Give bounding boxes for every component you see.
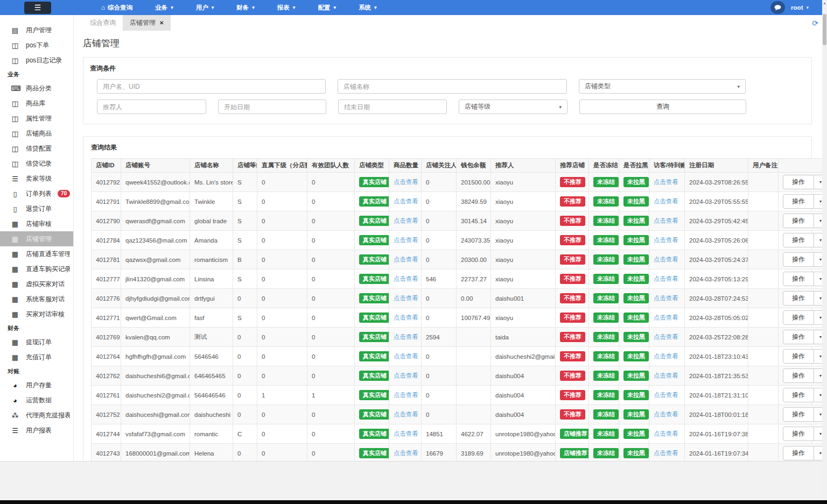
sidebar-toggle-button[interactable]: ☰ xyxy=(24,2,51,14)
goods-view-link[interactable]: 点击查看 xyxy=(394,411,418,417)
sidebar-item-attribute-management[interactable]: ◫属性管理 xyxy=(0,111,73,126)
action-button[interactable]: 操作 xyxy=(783,349,814,364)
sidebar-item-user-balance[interactable]: ◕用户存量 xyxy=(0,378,73,393)
action-button[interactable]: 操作 xyxy=(783,291,814,306)
sidebar-item-train-purchase-records[interactable]: ▦直通车购买记录 xyxy=(0,261,73,276)
shop-type-select[interactable]: 店铺类型 ▾ xyxy=(579,79,746,94)
visit-view-link[interactable]: 点击查看 xyxy=(654,333,678,340)
sidebar-item-shop-management[interactable]: ▦店铺管理 xyxy=(0,231,73,246)
blacklist-cell: 未拉黑 xyxy=(619,444,649,462)
sidebar-item-order-list[interactable]: ▯订单列表70 xyxy=(0,186,73,201)
goods-view-link[interactable]: 点击查看 xyxy=(394,430,418,437)
sidebar-item-agent-report[interactable]: ⁂代理商充提报表 xyxy=(0,408,73,423)
goods-view-link[interactable]: 点击查看 xyxy=(394,450,418,456)
action-button[interactable]: 操作 xyxy=(783,310,814,325)
visit-view-link[interactable]: 点击查看 xyxy=(654,314,678,321)
tab-query-tab[interactable]: 综合查询 xyxy=(83,15,123,31)
nav-item-finance[interactable]: 财务▾ xyxy=(236,4,255,12)
action-button[interactable]: 操作 xyxy=(783,446,814,460)
sidebar-item-shop-train-management[interactable]: ▦店铺直通车管理 xyxy=(0,246,73,261)
sidebar-item-seller-level[interactable]: ☰卖家等级 xyxy=(0,171,73,186)
chevron-down-icon: ▾ xyxy=(559,104,562,110)
sidebar-item-shop-goods[interactable]: ◫店铺商品 xyxy=(0,126,73,141)
action-button[interactable]: 操作 xyxy=(783,272,814,286)
action-button[interactable]: 操作 xyxy=(783,330,814,344)
visit-view-link[interactable]: 点击查看 xyxy=(654,430,678,437)
username-uid-input[interactable] xyxy=(97,79,326,94)
visit-view-link[interactable]: 点击查看 xyxy=(654,450,678,456)
action-button[interactable]: 操作 xyxy=(783,233,814,247)
navbar-menu: ⌂综合查询业务▾用户▾财务▾报表▾配置▾系统▾ xyxy=(101,4,376,12)
nav-item-query[interactable]: ⌂综合查询 xyxy=(101,4,132,12)
sidebar-item-operation-data[interactable]: ◕运营数据 xyxy=(0,393,73,408)
visit-view-link[interactable]: 点击查看 xyxy=(654,295,678,301)
tab-shop-management-tab[interactable]: 店铺管理✕ xyxy=(123,15,171,31)
action-button[interactable]: 操作 xyxy=(783,388,814,402)
sidebar-item-pos-log[interactable]: ◫pos日志记录 xyxy=(0,53,73,68)
visit-view-link[interactable]: 点击查看 xyxy=(654,256,678,262)
nav-item-reports[interactable]: 报表▾ xyxy=(277,4,296,12)
shop-name-input[interactable] xyxy=(338,79,567,94)
goods-view-link[interactable]: 点击查看 xyxy=(394,295,418,301)
action-button[interactable]: 操作 xyxy=(783,214,814,228)
sidebar-item-loan-config[interactable]: ◫借贷配置 xyxy=(0,141,73,156)
sidebar-item-loan-records[interactable]: ◫借贷记录 xyxy=(0,156,73,171)
sidebar-item-withdraw-orders[interactable]: ▦提现订单 xyxy=(0,335,73,350)
sidebar-item-goods-category[interactable]: ⌨商品分类 xyxy=(0,81,73,96)
vertical-scrollbar[interactable]: ▲ xyxy=(822,0,827,500)
scrollbar-thumb[interactable] xyxy=(823,14,826,45)
refresh-button[interactable]: ⟳ xyxy=(812,15,818,31)
search-button[interactable]: 查询 xyxy=(579,100,746,114)
shop-level-select[interactable]: 店铺等级 ▾ xyxy=(459,100,567,114)
goods-view-link[interactable]: 点击查看 xyxy=(394,217,418,224)
goods-view-link[interactable]: 点击查看 xyxy=(394,314,418,321)
start-date-input[interactable] xyxy=(218,100,326,114)
sidebar-item-shop-review[interactable]: ▦店铺审核 xyxy=(0,216,73,231)
sidebar-item-buyer-chat-review[interactable]: ▦买家对话审核 xyxy=(0,307,73,322)
frozen-cell: 未冻结 xyxy=(589,444,619,462)
visit-view-link[interactable]: 点击查看 xyxy=(654,217,678,224)
nav-item-system[interactable]: 系统▾ xyxy=(359,4,377,12)
visit-view-link[interactable]: 点击查看 xyxy=(654,372,678,379)
user-note-cell xyxy=(748,386,779,405)
goods-view-link[interactable]: 点击查看 xyxy=(394,333,418,340)
goods-view-link[interactable]: 点击查看 xyxy=(394,198,418,204)
user-menu[interactable]: root ▾ xyxy=(791,4,809,11)
sidebar-item-recharge-orders[interactable]: ▦充值订单 xyxy=(0,350,73,365)
visit-view-link[interactable]: 点击查看 xyxy=(654,411,678,417)
sidebar-item-goods-library[interactable]: ◫商品库 xyxy=(0,96,73,111)
visit-view-link[interactable]: 点击查看 xyxy=(654,179,678,185)
goods-view-link[interactable]: 点击查看 xyxy=(394,256,418,262)
shop-level-cell: 0 xyxy=(233,328,257,347)
nav-item-users[interactable]: 用户▾ xyxy=(196,4,214,12)
nav-item-business[interactable]: 业务▾ xyxy=(155,4,173,12)
nav-item-config[interactable]: 配置▾ xyxy=(318,4,336,12)
sidebar-item-user-management[interactable]: ▤用户管理 xyxy=(0,23,73,38)
action-button[interactable]: 操作 xyxy=(783,368,814,383)
end-date-input[interactable] xyxy=(338,100,447,114)
goods-view-link[interactable]: 点击查看 xyxy=(394,237,418,243)
visit-view-link[interactable]: 点击查看 xyxy=(654,198,678,204)
action-button[interactable]: 操作 xyxy=(783,252,814,267)
action-button[interactable]: 操作 xyxy=(783,407,814,422)
referrer-input[interactable] xyxy=(97,100,206,114)
visit-view-link[interactable]: 点击查看 xyxy=(654,392,678,398)
goods-view-link[interactable]: 点击查看 xyxy=(394,275,418,282)
goods-view-link[interactable]: 点击查看 xyxy=(394,372,418,379)
messages-button[interactable] xyxy=(770,1,785,14)
visit-view-link[interactable]: 点击查看 xyxy=(654,353,678,359)
goods-view-link[interactable]: 点击查看 xyxy=(394,353,418,359)
action-button[interactable]: 操作 xyxy=(783,175,814,189)
action-button[interactable]: 操作 xyxy=(783,194,814,209)
sidebar-item-pos-order[interactable]: ◫pos下单 xyxy=(0,38,73,53)
visit-view-link[interactable]: 点击查看 xyxy=(654,237,678,243)
goods-view-link[interactable]: 点击查看 xyxy=(394,392,418,398)
sidebar-item-return-orders[interactable]: ▯退货订单 xyxy=(0,201,73,216)
goods-view-link[interactable]: 点击查看 xyxy=(394,179,418,185)
sidebar-item-user-report[interactable]: ☰用户报表 xyxy=(0,423,73,438)
sidebar-item-virtual-buyer-chat[interactable]: ▦虚拟买家对话 xyxy=(0,276,73,292)
close-icon[interactable]: ✕ xyxy=(159,20,164,26)
action-button[interactable]: 操作 xyxy=(783,427,814,441)
visit-view-link[interactable]: 点击查看 xyxy=(654,275,678,282)
sidebar-item-system-service-chat[interactable]: ▦系统客服对话 xyxy=(0,292,73,307)
